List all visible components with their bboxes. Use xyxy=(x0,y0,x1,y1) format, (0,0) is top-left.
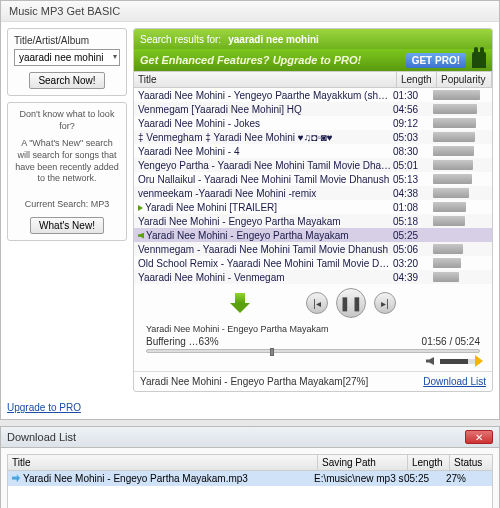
dl-col-title[interactable]: Title xyxy=(8,455,318,470)
row-popularity xyxy=(433,244,488,254)
col-length[interactable]: Length xyxy=(397,72,437,87)
row-title: Oru Nallaikul - Yaaradi Nee Mohini Tamil… xyxy=(138,174,393,185)
close-button[interactable]: ✕ xyxy=(465,430,493,444)
upgrade-pro-link[interactable]: Upgrade to PRO xyxy=(1,398,87,419)
player: |◂ ❚❚ ▸| Yaradi Nee Mohini - Engeyo Part… xyxy=(134,284,492,371)
row-title: Vennmegam - Yaaradi Nee Mohini Tamil Mov… xyxy=(138,244,393,255)
status-text: Yaradi Nee Mohini - Engeyo Partha Mayaka… xyxy=(140,376,368,387)
seek-thumb[interactable] xyxy=(270,348,274,356)
dl-col-status[interactable]: Status xyxy=(450,455,492,470)
row-popularity xyxy=(433,118,488,128)
get-pro-button[interactable]: GET PRO! xyxy=(406,53,466,68)
table-row[interactable]: Venmegam [Yaaradi Nee Mohini] HQ04:56 xyxy=(134,102,492,116)
results-header-query: yaaradi nee mohini xyxy=(228,34,319,45)
hint-panel: Don't know what to look for? A "What's N… xyxy=(7,102,127,241)
dl-col-path[interactable]: Saving Path xyxy=(318,455,408,470)
row-title: Yaaradi Nee Mohini - Yengeyo Paarthe May… xyxy=(138,90,393,101)
table-row[interactable]: Yaaradi Nee Mohini - 408:30 xyxy=(134,144,492,158)
search-now-button[interactable]: Search Now! xyxy=(29,72,104,89)
row-popularity xyxy=(433,216,488,226)
row-popularity xyxy=(433,160,488,170)
results-panel: Search results for: yaaradi nee mohini G… xyxy=(133,28,493,392)
table-row[interactable]: Yaaradi Nee Mohini - Venmegam04:39 xyxy=(134,270,492,284)
prev-button[interactable]: |◂ xyxy=(306,292,328,314)
hint-body: A "What's New" search will search for so… xyxy=(14,138,120,185)
row-title: venmeekam -Yaaradi Nee Mohini -remix xyxy=(138,188,393,199)
promo-bar: Get Enhanced Features? Upgrade to PRO! G… xyxy=(134,49,492,71)
row-popularity xyxy=(433,258,488,268)
row-popularity xyxy=(433,230,488,240)
row-length: 08:30 xyxy=(393,146,433,157)
row-title: Yaaradi Nee Mohini - Jokes xyxy=(138,118,393,129)
row-popularity xyxy=(433,202,488,212)
play-icon xyxy=(138,205,143,211)
search-label: Title/Artist/Album xyxy=(14,35,120,46)
row-length: 04:39 xyxy=(393,272,433,283)
dl-row-path: E:\music\new mp3 s… xyxy=(314,473,404,484)
dl-row-title: Yaradi Nee Mohini - Engeyo Partha Mayaka… xyxy=(12,473,314,484)
table-row[interactable]: Yaradi Nee Mohini [TRAILER]01:08 xyxy=(134,200,492,214)
table-row[interactable]: ‡ Venmegham ‡ Yaradi Nee Mohini ♥♫◘▫◙♥05… xyxy=(134,130,492,144)
search-panel: Title/Artist/Album ▾ Search Now! xyxy=(7,28,127,96)
row-length: 05:18 xyxy=(393,216,433,227)
now-playing-title: Yaradi Nee Mohini - Engeyo Partha Mayaka… xyxy=(146,324,480,334)
bunny-icon xyxy=(472,52,486,68)
next-button[interactable]: ▸| xyxy=(374,292,396,314)
row-title: Old School Remix - Yaaradi Nee Mohini Ta… xyxy=(138,258,393,269)
table-row[interactable]: Yaradi Nee Mohini - Engeyo Partha Mayaka… xyxy=(134,214,492,228)
table-row[interactable]: Yaaradi Nee Mohini - Jokes09:12 xyxy=(134,116,492,130)
table-row[interactable]: Yengeyo Partha - Yaaradi Nee Mohini Tami… xyxy=(134,158,492,172)
status-bar: Yaradi Nee Mohini - Engeyo Partha Mayaka… xyxy=(134,371,492,391)
download-arrow-icon[interactable] xyxy=(230,293,250,313)
row-length: 05:06 xyxy=(393,244,433,255)
table-row[interactable]: Old School Remix - Yaaradi Nee Mohini Ta… xyxy=(134,256,492,270)
window-title: Music MP3 Get BASIC xyxy=(1,1,499,22)
row-title: Yengeyo Partha - Yaaradi Nee Mohini Tami… xyxy=(138,160,393,171)
row-title: Yaradi Nee Mohini - Engeyo Partha Mayaka… xyxy=(138,216,393,227)
col-title[interactable]: Title xyxy=(134,72,397,87)
sidebar: Title/Artist/Album ▾ Search Now! Don't k… xyxy=(7,28,127,392)
dl-row[interactable]: Yaradi Nee Mohini - Engeyo Partha Mayaka… xyxy=(8,471,492,486)
download-list-link[interactable]: Download List xyxy=(423,376,486,387)
promo-text: Get Enhanced Features? Upgrade to PRO! xyxy=(140,54,400,66)
col-popularity[interactable]: Popularity xyxy=(437,72,492,87)
row-title: Yaaradi Nee Mohini - 4 xyxy=(138,146,393,157)
volume-icon[interactable] xyxy=(426,357,434,365)
row-popularity xyxy=(433,272,488,282)
time-text: 01:56 / 05:24 xyxy=(422,336,480,347)
dl-title-bar: Download List ✕ xyxy=(1,427,499,448)
hint-title: Don't know what to look for? xyxy=(14,109,120,132)
whats-new-button[interactable]: What's New! xyxy=(30,217,104,234)
row-length: 05:25 xyxy=(393,230,433,241)
results-rows: Yaaradi Nee Mohini - Yengeyo Paarthe May… xyxy=(134,88,492,284)
search-input[interactable] xyxy=(14,49,120,66)
row-length: 05:03 xyxy=(393,132,433,143)
table-row[interactable]: Yaaradi Nee Mohini - Yengeyo Paarthe May… xyxy=(134,88,492,102)
table-row[interactable]: Vennmegam - Yaaradi Nee Mohini Tamil Mov… xyxy=(134,242,492,256)
dl-row-status: 27% xyxy=(446,473,488,484)
row-length: 03:20 xyxy=(393,258,433,269)
row-length: 09:12 xyxy=(393,118,433,129)
results-header-prefix: Search results for: xyxy=(140,34,221,45)
pause-button[interactable]: ❚❚ xyxy=(336,288,366,318)
table-row[interactable]: venmeekam -Yaaradi Nee Mohini -remix04:3… xyxy=(134,186,492,200)
row-popularity xyxy=(433,146,488,156)
dl-row-length: 05:25 xyxy=(404,473,446,484)
volume-bar[interactable] xyxy=(440,359,480,364)
dl-rows: Yaradi Nee Mohini - Engeyo Partha Mayaka… xyxy=(7,471,493,508)
speaker-icon xyxy=(138,233,144,239)
row-title: Venmegam [Yaaradi Nee Mohini] HQ xyxy=(138,104,393,115)
row-title: Yaradi Nee Mohini - Engeyo Partha Mayaka… xyxy=(138,230,393,241)
table-row[interactable]: Oru Nallaikul - Yaaradi Nee Mohini Tamil… xyxy=(134,172,492,186)
row-length: 04:38 xyxy=(393,188,433,199)
main-window: Music MP3 Get BASIC Title/Artist/Album ▾… xyxy=(0,0,500,420)
row-popularity xyxy=(433,188,488,198)
main-body: Title/Artist/Album ▾ Search Now! Don't k… xyxy=(1,22,499,398)
table-row[interactable]: Yaradi Nee Mohini - Engeyo Partha Mayaka… xyxy=(134,228,492,242)
row-popularity xyxy=(433,132,488,142)
results-table-head: Title Length Popularity xyxy=(134,71,492,88)
dl-col-length[interactable]: Length xyxy=(408,455,450,470)
download-icon xyxy=(12,474,20,482)
row-length: 01:08 xyxy=(393,202,433,213)
seek-bar[interactable] xyxy=(146,349,480,353)
